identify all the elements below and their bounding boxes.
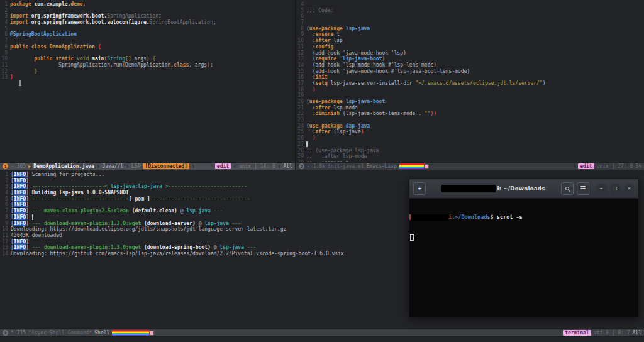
redacted-hostname (411, 214, 448, 221)
terminal-titlebar[interactable]: + i: ~/Downloads ☰ − □ ✕ (409, 179, 639, 199)
redacted-username (441, 185, 496, 192)
code-line[interactable]: 1[INFO] Scanning for projects... (0, 172, 644, 178)
terminal-window: + i: ~/Downloads ☰ − □ ✕ i:~/Downloads$ … (409, 179, 639, 317)
code-line[interactable]: 6@SpringBootApplication (0, 31, 295, 38)
nyan-cat-icon (149, 331, 154, 336)
code-line[interactable]: 10 public static void main(String[] args… (0, 56, 295, 62)
code-line[interactable]: 13 (require 'lsp-java-boot) (296, 56, 644, 62)
code-line[interactable]: 9 (0, 50, 295, 57)
major-mode: Emacs-Lisp (367, 163, 397, 169)
code-line[interactable]: 12 } (0, 69, 295, 75)
code-line[interactable]: 24(use-package dap-java (296, 123, 644, 130)
code-line[interactable]: 29;; :after lsp-mode (296, 153, 644, 160)
java-modeline: 1 - 305 ▶ DemoApplication.java ❯ Java//l… (0, 162, 295, 170)
code-line[interactable]: 5 (0, 26, 295, 32)
edit-state-badge: edit (215, 163, 231, 169)
major-mode: Shell (94, 330, 109, 336)
powerline-separator-icon: ❮ (233, 163, 236, 169)
code-line[interactable]: 4import org.springframework.boot.autocon… (0, 19, 295, 26)
code-line[interactable]: 6 (296, 13, 644, 19)
buffer-name: DemoApplication.java (33, 163, 94, 169)
eol-position: unix | 27: 0 (597, 163, 633, 169)
maximize-icon: □ (614, 186, 617, 191)
code-line[interactable]: 14 (add-hook 'lsp-mode-hook #'lsp-lens-m… (296, 62, 644, 69)
code-line[interactable]: 26 ) (296, 135, 644, 141)
terminal-content[interactable]: i:~/Downloads$ scrot -s (409, 199, 639, 317)
major-mode: Java//l (102, 163, 123, 169)
code-line[interactable]: 8public class DemoApplication { (0, 44, 295, 50)
code-line[interactable]: 27 (296, 141, 644, 148)
powerline-separator-icon: ❮ (278, 163, 281, 169)
code-line[interactable]: 8(use-package lsp-java (296, 26, 644, 32)
code-line[interactable]: 19 (296, 92, 644, 99)
hamburger-icon: ☰ (580, 185, 586, 192)
prompt-path: ~/Downloads (455, 214, 490, 220)
code-line[interactable] (0, 80, 295, 87)
window-number-badge: 2 (299, 163, 304, 169)
elisp-modeline: 2 - 1.8k init-java.el Emacs-Lisp edit un… (296, 162, 644, 170)
nyan-cat-progress (399, 163, 429, 169)
code-line[interactable]: 20(use-package lsp-java-boot (296, 99, 644, 105)
edit-state-badge: edit (578, 163, 594, 169)
buffer-name: init-java.el (328, 163, 364, 169)
nyan-cat-icon (424, 164, 429, 169)
code-line[interactable]: 4 (296, 1, 644, 8)
buffer-size: - 1.8k (307, 163, 325, 169)
code-line[interactable]: 15 (add-hook 'java-mode-hook #'lsp-java-… (296, 69, 644, 75)
menu-button[interactable]: ☰ (577, 182, 589, 195)
maximize-button[interactable]: □ (610, 184, 621, 194)
code-line[interactable]: 28;; (use-package lsp-java (296, 148, 644, 154)
nyan-cat-progress (112, 330, 154, 336)
close-icon: ✕ (628, 186, 631, 191)
new-tab-button[interactable]: + (413, 182, 426, 195)
lsp-status-badge: [Disconnected] (143, 163, 189, 169)
powerline-separator-icon: ❯ (192, 163, 195, 169)
java-buffer[interactable]: 1package com.example.demo;23import org.s… (0, 0, 295, 162)
code-line[interactable]: 7 (296, 19, 644, 26)
scroll-indicator: 3% (635, 163, 641, 169)
terminal-title: i: ~/Downloads (429, 185, 558, 192)
code-line[interactable]: 18 ) (296, 87, 644, 93)
elisp-buffer[interactable]: 45;;; Code:678(use-package lsp-java9 :en… (296, 0, 644, 162)
code-line[interactable]: 5;;; Code: (296, 8, 644, 14)
code-line[interactable]: 17 (setq lsp-java-server-install-dir "~/… (296, 80, 644, 87)
new-tab-icon: + (418, 185, 421, 192)
text-cursor (19, 80, 21, 86)
echo-area (0, 338, 644, 342)
code-line[interactable]: 12 (add-hook 'java-mode-hook 'lsp) (296, 50, 644, 57)
code-line[interactable]: 23 (296, 117, 644, 123)
code-line[interactable]: 2 (0, 8, 295, 14)
file-arrow-icon: ▶ (28, 164, 31, 169)
code-line[interactable]: 22 :diminish (lsp-java-boot-lens-mode . … (296, 111, 644, 117)
code-line[interactable]: 10 :after lsp (296, 38, 644, 44)
code-line[interactable]: 1package com.example.demo; (0, 1, 295, 8)
shell-modeline: 3 * 715 *Async Shell Command* Shell term… (0, 329, 644, 337)
code-line[interactable]: 9 :ensure t (296, 31, 644, 38)
terminal-state-badge: terminal (563, 330, 591, 336)
scroll-indicator: All (633, 330, 641, 336)
code-line[interactable]: 25 :after (lsp-java) (296, 129, 644, 135)
powerline-separator-icon: ❯ (126, 163, 129, 169)
code-line[interactable]: 21 :after lsp-mode (296, 105, 644, 111)
eol-position: unix | 14: 0 (239, 163, 275, 169)
powerline-separator-icon: ❯ (97, 163, 100, 169)
minimize-button[interactable]: − (596, 184, 607, 194)
code-line[interactable]: 16 :init (296, 74, 644, 80)
code-line[interactable]: 11 :config (296, 44, 644, 50)
search-button[interactable] (561, 182, 574, 195)
window-number-badge: 3 (3, 330, 8, 336)
cursor-line (409, 234, 638, 241)
typed-command: scrot -s (494, 214, 523, 220)
close-button[interactable]: ✕ (624, 184, 635, 194)
emacs-frame: 1package com.example.demo;23import org.s… (0, 0, 644, 342)
code-line[interactable]: 13} (0, 74, 295, 80)
search-icon (565, 187, 569, 190)
lsp-label: LSP (131, 163, 140, 169)
code-line[interactable]: 11 SpringApplication.run(DemoApplication… (0, 62, 295, 69)
scroll-indicator: All (284, 163, 292, 169)
code-line[interactable]: 3import org.springframework.boot.SpringA… (0, 13, 295, 19)
window-number-badge: 1 (3, 163, 8, 169)
buffer-size: * 715 (11, 330, 26, 336)
code-line[interactable]: 7 (0, 38, 295, 44)
window-divider (295, 0, 296, 170)
